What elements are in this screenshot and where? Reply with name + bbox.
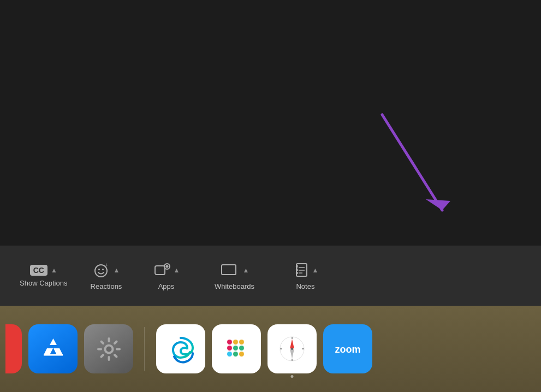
main-content-area (0, 0, 541, 246)
show-captions-label: Show Captions (20, 279, 67, 287)
svg-rect-34 (233, 352, 238, 357)
svg-rect-33 (227, 352, 232, 357)
svg-point-46 (291, 348, 293, 350)
notes-label: Notes (296, 282, 314, 290)
zoom-icon[interactable]: zoom (323, 324, 372, 373)
svg-text:zoom: zoom (335, 344, 361, 355)
svg-point-8 (165, 265, 168, 268)
svg-rect-9 (222, 265, 236, 275)
reactions-chevron[interactable]: ▲ (114, 266, 120, 274)
whiteboards-icon (220, 262, 240, 279)
notes-icon (293, 262, 309, 279)
apps-chevron[interactable]: ▲ (174, 266, 180, 274)
svg-rect-29 (227, 340, 232, 345)
system-settings-icon[interactable] (84, 324, 133, 373)
dock-separator (144, 327, 145, 371)
pointer-arrow (371, 109, 459, 229)
svg-rect-37 (239, 340, 244, 345)
slack-icon[interactable] (212, 324, 261, 373)
whiteboards-chevron[interactable]: ▲ (243, 266, 249, 274)
microsoft-edge-icon[interactable] (156, 324, 205, 373)
svg-point-3 (98, 269, 100, 270)
show-captions-button[interactable]: CC ▲ Show Captions (11, 260, 76, 292)
apps-label: Apps (158, 282, 175, 290)
safari-icon[interactable] (267, 324, 317, 373)
svg-line-25 (101, 341, 103, 343)
notes-button[interactable]: ▲ Notes (272, 257, 338, 295)
svg-line-28 (101, 355, 103, 357)
svg-rect-6 (155, 266, 165, 275)
svg-line-26 (115, 355, 117, 357)
svg-line-27 (115, 341, 117, 343)
whiteboards-label: Whiteboards (215, 282, 254, 290)
partial-app-icon[interactable] (5, 324, 22, 373)
svg-point-20 (106, 346, 111, 352)
safari-running-dot (291, 375, 294, 378)
svg-rect-31 (233, 340, 238, 345)
notes-chevron[interactable]: ▲ (312, 266, 319, 274)
svg-rect-35 (239, 346, 244, 351)
reactions-label: Reactions (91, 282, 122, 290)
svg-rect-36 (239, 352, 244, 357)
reactions-button[interactable]: + ▲ Reactions (76, 257, 136, 295)
svg-rect-30 (227, 346, 232, 351)
app-store-icon[interactable] (28, 324, 78, 373)
svg-rect-32 (233, 346, 238, 351)
svg-text:+: + (105, 262, 108, 268)
svg-line-0 (382, 115, 442, 210)
apps-icon (153, 262, 170, 279)
svg-marker-1 (426, 199, 450, 210)
zoom-toolbar: CC ▲ Show Captions + ▲ Reactions (0, 246, 541, 306)
macos-dock: zoom (0, 306, 541, 392)
show-captions-chevron[interactable]: ▲ (51, 266, 57, 274)
cc-icon: CC (30, 265, 47, 276)
apps-button[interactable]: ▲ Apps (136, 257, 196, 295)
whiteboards-button[interactable]: ▲ Whiteboards (196, 257, 272, 295)
svg-point-4 (102, 269, 104, 270)
reactions-icon: + (93, 262, 110, 279)
